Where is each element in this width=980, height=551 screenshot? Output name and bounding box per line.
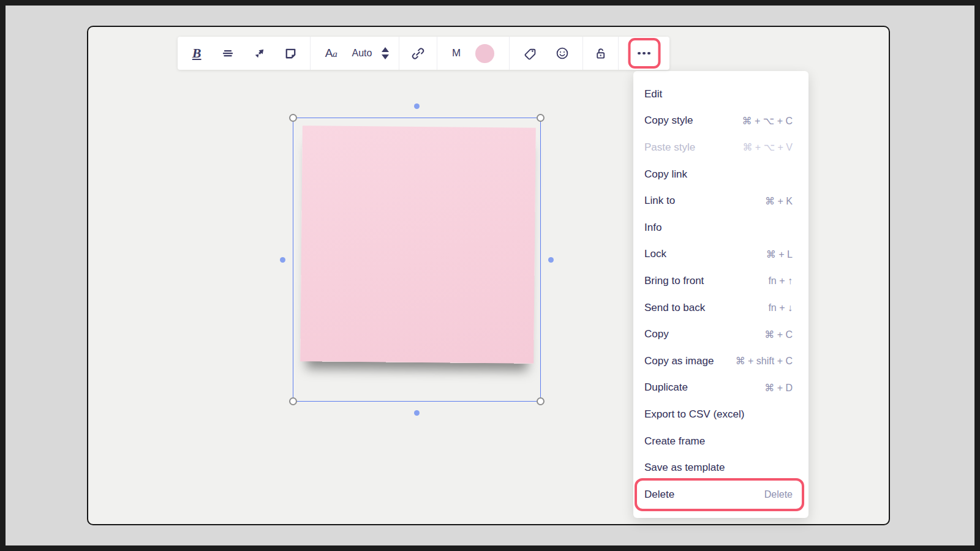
menu-item-label: Export to CSV (excel) [644, 408, 744, 421]
toolbar-lock-group [583, 37, 619, 70]
emoji-icon [556, 47, 569, 60]
font-icon: Aa [325, 47, 337, 60]
sticky-note-type-button[interactable] [279, 41, 303, 66]
menu-item-lock[interactable]: Lock⌘ + L [633, 241, 809, 268]
font-size-stepper[interactable] [379, 45, 391, 62]
menu-item-label: Copy as image [644, 355, 714, 367]
menu-item-label: Copy [644, 328, 669, 340]
menu-item-shortcut: ⌘ + shift + C [736, 355, 793, 367]
color-swatch[interactable] [475, 44, 494, 63]
jira-arrows-icon [254, 47, 266, 59]
menu-item-copy[interactable]: Copy⌘ + C [633, 321, 809, 348]
text-align-button[interactable] [216, 41, 240, 66]
menu-item-label: Info [644, 222, 662, 234]
menu-item-label: Link to [644, 195, 675, 207]
lock-button[interactable] [589, 41, 613, 66]
connector-dot-left[interactable] [280, 257, 285, 263]
tag-button[interactable] [518, 41, 542, 66]
more-dots-icon [643, 52, 646, 55]
menu-item-export-to-csv-excel[interactable]: Export to CSV (excel) [633, 401, 809, 428]
resize-handle-bottom-right[interactable] [537, 397, 545, 405]
menu-item-copy-as-image[interactable]: Copy as image⌘ + shift + C [633, 348, 809, 375]
menu-item-copy-link[interactable]: Copy link [633, 161, 809, 188]
menu-item-label: Send to back [644, 302, 705, 314]
assignee-initial[interactable]: M [452, 47, 461, 59]
menu-item-copy-style[interactable]: Copy style⌘ + ⌥ + C [633, 108, 809, 135]
menu-item-label: Copy link [644, 168, 687, 181]
tag-icon [524, 47, 537, 60]
menu-item-link-to[interactable]: Link to⌘ + K [633, 187, 809, 214]
menu-item-info[interactable]: Info [633, 214, 809, 241]
toolbar-meta-group [510, 37, 583, 70]
connector-dot-top[interactable] [414, 103, 420, 109]
more-dots-icon [647, 52, 650, 55]
link-icon [412, 47, 424, 60]
bold-button[interactable]: B [184, 41, 209, 66]
menu-item-shortcut: ⌘ + ⌥ + V [742, 141, 793, 153]
connector-dot-right[interactable] [548, 257, 554, 263]
menu-item-label: Save as template [644, 462, 725, 474]
menu-item-edit[interactable]: Edit [633, 81, 809, 108]
menu-item-label: Copy style [644, 114, 693, 127]
menu-item-shortcut: ⌘ + L [766, 249, 793, 260]
menu-item-save-as-template[interactable]: Save as template [633, 454, 809, 481]
unlock-icon [594, 47, 607, 60]
menu-item-duplicate[interactable]: Duplicate⌘ + D [633, 375, 809, 402]
resize-handle-top-left[interactable] [289, 114, 297, 122]
align-center-icon [222, 47, 234, 59]
sticky-note[interactable] [300, 126, 536, 364]
resize-handle-top-right[interactable] [537, 114, 545, 122]
menu-item-label: Bring to front [644, 275, 704, 287]
convert-to-jira-button[interactable] [247, 41, 272, 66]
toolbar-link-group [399, 37, 437, 70]
menu-item-label: Paste style [644, 141, 695, 154]
menu-item-shortcut: ⌘ + K [765, 195, 793, 207]
menu-item-shortcut: fn + ↓ [768, 302, 793, 313]
font-size-value[interactable]: Auto [352, 48, 372, 59]
whiteboard-window[interactable]: B [87, 26, 890, 525]
menu-item-send-to-back[interactable]: Send to backfn + ↓ [633, 294, 809, 321]
toolbar-more-group [619, 37, 669, 70]
more-dots-icon [638, 52, 641, 55]
menu-item-shortcut: ⌘ + ⌥ + C [742, 115, 793, 127]
toolbar-assign-group: M [437, 37, 510, 70]
object-toolbar: B [178, 37, 669, 70]
emoji-button[interactable] [550, 41, 575, 66]
menu-item-bring-to-front[interactable]: Bring to frontfn + ↑ [633, 268, 809, 294]
resize-handle-bottom-left[interactable] [289, 397, 297, 405]
more-options-button[interactable] [630, 40, 658, 66]
menu-item-create-frame[interactable]: Create frame [633, 428, 809, 455]
font-style-button[interactable]: Aa [318, 41, 345, 66]
menu-item-delete[interactable]: DeleteDelete [633, 481, 809, 508]
menu-item-label: Edit [644, 88, 662, 100]
menu-item-label: Duplicate [644, 381, 688, 394]
context-menu: EditCopy style⌘ + ⌥ + CPaste style⌘ + ⌥ … [633, 71, 809, 518]
menu-item-paste-style: Paste style⌘ + ⌥ + V [633, 134, 809, 161]
toolbar-font-group: Aa Auto [311, 37, 399, 70]
connector-dot-bottom[interactable] [414, 410, 420, 416]
menu-item-shortcut: ⌘ + D [764, 382, 793, 394]
toolbar-text-group: B [178, 37, 311, 70]
menu-item-label: Lock [644, 248, 666, 260]
menu-item-shortcut: Delete [764, 489, 793, 500]
bold-icon: B [192, 45, 202, 61]
stepper-up-icon[interactable] [382, 47, 389, 52]
link-button[interactable] [406, 41, 431, 66]
stepper-down-icon[interactable] [382, 54, 389, 59]
menu-item-shortcut: ⌘ + C [764, 329, 793, 340]
menu-item-label: Delete [644, 489, 674, 501]
menu-item-label: Create frame [644, 435, 705, 448]
sticky-note-icon [284, 47, 297, 60]
menu-item-shortcut: fn + ↑ [768, 276, 793, 287]
